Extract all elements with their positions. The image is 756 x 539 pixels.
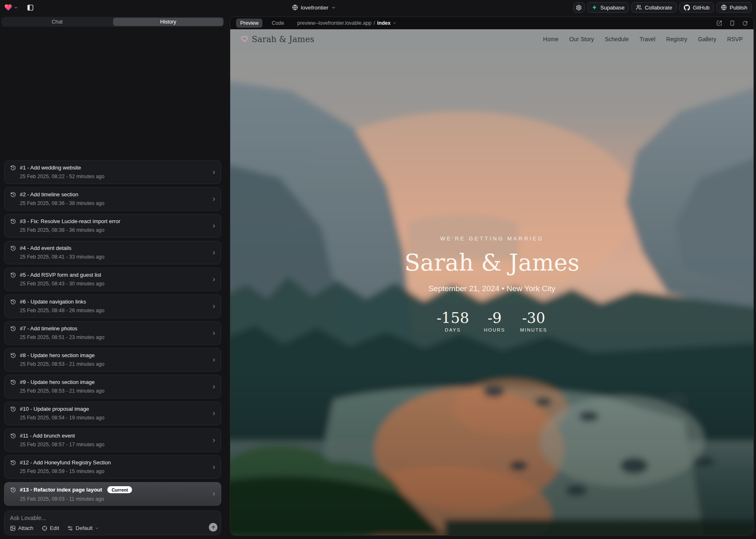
history-item-title: #10 - Update proposal image [20,406,89,412]
history-icon [10,299,16,305]
history-item[interactable]: #4 - Add event details 25 Feb 2025, 08:4… [4,241,221,264]
history-item[interactable]: #1 - Add wedding website 25 Feb 2025, 08… [4,160,221,184]
tab-chat[interactable]: Chat [2,18,112,26]
topbar-actions: Supabase Collaborate GitHub Publish [573,2,752,13]
history-item[interactable]: #7 - Add timeline photos 25 Feb 2025, 08… [4,321,221,345]
open-in-new-tab-button[interactable] [716,20,722,26]
history-item-timestamp: 25 Feb 2025, 09:03 - 11 minutes ago [20,496,208,502]
history-item-title: #6 - Update navigation links [20,299,86,305]
collaborate-label: Collaborate [645,5,672,11]
history-item[interactable]: #10 - Update proposal image 25 Feb 2025,… [4,402,221,425]
history-item[interactable]: #13 - Refactor index page layout Current… [4,482,221,506]
history-icon [10,353,16,358]
github-button[interactable]: GitHub [679,2,714,13]
countdown-item: -9 HOURS [484,310,506,332]
history-item[interactable]: #8 - Update hero section image 25 Feb 20… [4,348,221,372]
tab-preview[interactable]: Preview [236,19,262,28]
publish-label: Publish [730,5,747,11]
history-item[interactable]: #2 - Add timeline section 25 Feb 2025, 0… [4,187,221,211]
panel-left-icon [27,4,34,11]
heart-icon [241,35,248,42]
history-list: #1 - Add wedding website 25 Feb 2025, 08… [4,160,221,506]
nav-link-registry[interactable]: Registry [666,36,687,42]
history-item[interactable]: #11 - Add brunch event 25 Feb 2025, 08:5… [4,428,221,452]
history-item[interactable]: #6 - Update navigation links 25 Feb 2025… [4,294,221,318]
history-item[interactable]: #5 - Add RSVP form and guest list 25 Feb… [4,268,221,291]
tab-history[interactable]: History [113,18,223,26]
chevron-right-icon [211,438,217,443]
history-item-title: #4 - Add event details [20,245,71,251]
topbar: lovefrontier Supabase Collabor [0,0,756,15]
chevron-right-icon [211,464,217,470]
history-item-title: #11 - Add brunch event [20,433,75,439]
chevron-right-icon [211,169,217,175]
composer-toolbar: Attach Edit Default [10,525,99,531]
preview-toolbar: Preview Code preview--lovefrontier.lovab… [230,17,754,29]
collaborate-button[interactable]: Collaborate [631,2,677,13]
hero-eyebrow: WE'RE GETTING MARRIED [230,235,754,242]
composer: Ask Lovable... Attach Edit [4,511,221,535]
site-nav: HomeOur StoryScheduleTravelRegistryGalle… [543,36,743,42]
history-item[interactable]: #3 - Fix: Resolve Lucide-react import er… [4,214,221,238]
history-item-title: #13 - Refactor index page layout [20,487,102,493]
nav-link-gallery[interactable]: Gallery [698,36,716,42]
supabase-button[interactable]: Supabase [587,2,629,13]
hero-date-location: September 21, 2024 • New York City [230,284,754,293]
publish-button[interactable]: Publish [716,2,752,13]
nav-link-schedule[interactable]: Schedule [605,36,628,42]
mode-select[interactable]: Default [67,525,99,531]
github-icon [684,5,690,11]
chevron-right-icon [211,250,217,255]
lovable-heart-icon [4,3,12,12]
countdown-value: -158 [437,310,469,326]
history-item-title: #12 - Add Honeyfund Registry Section [20,459,111,466]
preview-url-separator: / [373,20,375,26]
project-switcher[interactable]: lovefrontier [292,0,336,15]
refresh-button[interactable] [742,21,748,26]
publish-globe-icon [721,5,727,10]
history-icon [10,460,16,466]
history-item-timestamp: 25 Feb 2025, 08:54 - 19 minutes ago [20,415,208,421]
settings-button[interactable] [573,2,585,13]
nav-link-home[interactable]: Home [543,36,558,42]
history-item-timestamp: 25 Feb 2025, 08:43 - 30 minutes ago [20,281,208,287]
chevron-right-icon [211,330,217,336]
chevron-right-icon [211,357,217,362]
nav-link-travel[interactable]: Travel [640,36,655,42]
history-item-timestamp: 25 Feb 2025, 08:53 - 21 minutes ago [20,388,208,394]
mobile-view-button[interactable] [730,20,735,26]
arrow-up-icon [211,525,216,530]
sidebar-toggle-button[interactable] [25,2,35,13]
ask-input[interactable]: Ask Lovable... [10,515,216,521]
tab-code[interactable]: Code [267,19,288,28]
nav-link-rsvp[interactable]: RSVP [727,36,743,42]
chevron-down-icon [392,21,397,25]
history-item-title: #8 - Update hero section image [20,352,94,358]
chevron-down-icon [95,526,99,530]
preview-url[interactable]: preview--lovefrontier.lovable.app / inde… [297,20,397,26]
logo-menu-chevron-icon[interactable] [14,5,18,10]
history-item-timestamp: 25 Feb 2025, 08:57 - 17 minutes ago [20,442,208,447]
history-item[interactable]: #9 - Update hero section image 25 Feb 20… [4,375,221,398]
wedding-site-preview: Sarah & James HomeOur StoryScheduleTrave… [230,29,754,535]
lovable-logo[interactable] [4,3,18,12]
history-item-title: #2 - Add timeline section [20,191,78,198]
image-icon [10,525,16,531]
history-item-title: #3 - Fix: Resolve Lucide-react import er… [20,218,120,224]
sliders-icon [67,525,73,531]
history-item-timestamp: 25 Feb 2025, 08:51 - 23 minutes ago [20,334,208,340]
chevron-right-icon [211,384,217,389]
history-item-timestamp: 25 Feb 2025, 08:38 - 36 minutes ago [20,227,208,233]
chevron-right-icon [211,196,217,202]
history-icon [10,272,16,278]
attach-button[interactable]: Attach [10,525,33,531]
nav-link-our-story[interactable]: Our Story [569,36,594,42]
history-item[interactable]: #12 - Add Honeyfund Registry Section 25 … [4,455,221,479]
users-icon [636,5,642,10]
site-brand[interactable]: Sarah & James [241,34,314,44]
countdown: -158 DAYS -9 HOURS -30 MINUTES [230,310,754,332]
countdown-value: -30 [520,310,547,326]
countdown-label: DAYS [437,327,469,332]
send-button[interactable] [209,523,217,532]
edit-button[interactable]: Edit [42,525,59,531]
